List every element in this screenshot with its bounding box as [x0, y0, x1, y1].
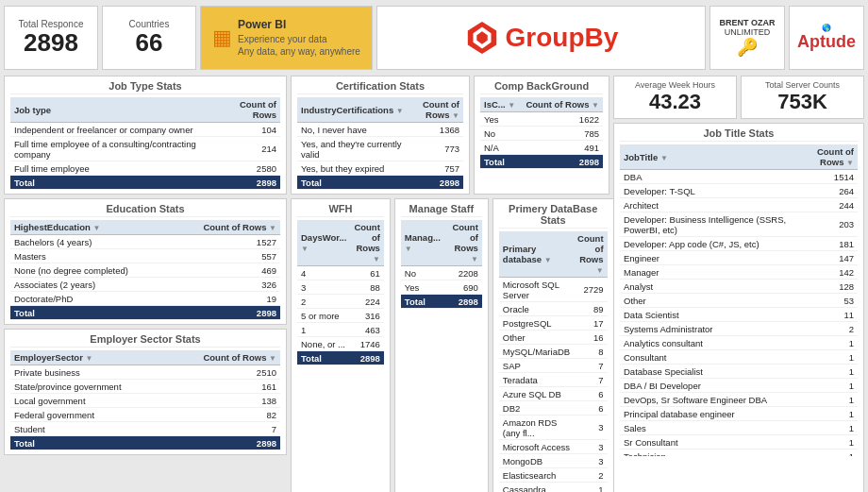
row-label: Private business — [10, 365, 169, 380]
row-label: MongoDB — [499, 454, 574, 468]
avg-week-hours-value: 43.23 — [649, 90, 701, 114]
row-value: 3 — [574, 454, 607, 468]
employer-sector-card: Employer Sector Stats EmployerSector ▼ C… — [4, 329, 287, 455]
row-value: 1746 — [350, 337, 383, 351]
pdb-col1-header[interactable]: Primary database ▼ — [499, 231, 574, 278]
table-row: MySQL/MariaDB8 — [499, 345, 608, 359]
powerbi-sub1: Experience your data — [238, 33, 360, 45]
powerbi-icon: ▦ — [212, 25, 232, 50]
cert-title: Certification Stats — [297, 80, 463, 94]
row-value: 491 — [520, 141, 603, 155]
row-label: DBA / BI Developer — [620, 379, 793, 393]
row-label: No — [480, 127, 520, 141]
row-label: Database Specialist — [620, 365, 793, 379]
table-row: 1463 — [297, 323, 384, 337]
table-row: Amazon RDS (any fl...3 — [499, 416, 608, 440]
jt2-col1-header[interactable]: JobTitle ▼ — [620, 144, 793, 170]
total-server-counts-label: Total Server Counts — [765, 80, 840, 90]
edu-col1-header[interactable]: HighestEducation ▼ — [10, 220, 173, 235]
cert-col2-header[interactable]: Count of Rows ▼ — [409, 97, 463, 123]
row-value: 6 — [574, 387, 607, 401]
wfh-col1-header[interactable]: DaysWor... ▼ — [297, 220, 350, 266]
row-label: Microsoft SQL Server — [499, 278, 574, 302]
table-row: Private business2510 — [10, 365, 280, 380]
row-value: 3 — [574, 440, 607, 454]
total-row: Total2898 — [401, 295, 482, 309]
row-value: 326 — [173, 278, 280, 292]
brent-box: BRENT OZAR UNLIMITED 🔑 — [709, 6, 785, 70]
right-top-kpis: Average Week Hours 43.23 Total Server Co… — [613, 76, 864, 119]
wfh-manage-db-row: WFH DaysWor... ▼ Count of Rows ▼ — [291, 198, 609, 492]
row-value: 1 — [793, 407, 858, 421]
row-value: 1527 — [173, 235, 280, 249]
row-value: 1 — [793, 350, 858, 365]
manage-col1-header[interactable]: Manag... ▼ — [401, 220, 445, 266]
comp-col2-header[interactable]: Count of Rows ▼ — [520, 97, 603, 112]
pdb-col2-header[interactable]: Count of Rows ▼ — [574, 231, 607, 278]
table-row: Yes, but they expired757 — [297, 161, 463, 176]
row-value: 773 — [409, 137, 463, 161]
row-label: Teradata — [499, 373, 574, 387]
total-label: Total — [401, 295, 445, 309]
row-value: 7 — [169, 422, 280, 436]
countries-value: 66 — [136, 29, 163, 57]
employer-sector-table: EmployerSector ▼ Count of Rows ▼ Private… — [10, 350, 280, 450]
total-response-kpi: Total Responce 2898 — [4, 6, 98, 70]
row-label: Cassandra — [499, 483, 574, 493]
jt2-col2-header[interactable]: Count of Rows ▼ — [793, 144, 858, 170]
row-label: DBA — [620, 170, 793, 184]
total-row: Total2898 — [297, 351, 384, 365]
education-card: Education Stats HighestEducation ▼ Count… — [4, 198, 287, 325]
comp-title: Comp BackGround — [480, 80, 603, 94]
row-value: 181 — [793, 237, 858, 251]
row-value: 469 — [173, 263, 280, 278]
row-label: Other — [620, 294, 793, 308]
total-value: 2898 — [169, 436, 280, 450]
groupby-text: GroupBy — [506, 23, 619, 53]
table-row: Analytics consultant1 — [620, 336, 858, 350]
table-row: Oracle89 — [499, 302, 608, 316]
row-label: Student — [10, 422, 169, 436]
manage-col2-header[interactable]: Count of Rows ▼ — [445, 220, 482, 266]
total-server-counts-card: Total Server Counts 753K — [741, 76, 864, 119]
row-value: 53 — [793, 294, 858, 308]
table-row: Manager142 — [620, 265, 858, 280]
table-row: Principal database engineer1 — [620, 407, 858, 421]
total-row: Total2898 — [480, 155, 603, 169]
row-value: 1 — [793, 450, 858, 457]
row-value: 8 — [574, 345, 607, 359]
table-row: 388 — [297, 280, 384, 295]
total-response-value: 2898 — [24, 29, 78, 57]
comp-col1-header[interactable]: IsC... ▼ — [480, 97, 520, 112]
row-label: DevOps, Sr Software Engineer DBA — [620, 393, 793, 407]
row-value: 214 — [216, 137, 280, 161]
education-title: Education Stats — [10, 203, 280, 217]
edu-col2-header[interactable]: Count of Rows ▼ — [173, 220, 280, 235]
manage-table: Manag... ▼ Count of Rows ▼ No2208Yes690T… — [401, 220, 482, 309]
row-value: 1 — [793, 365, 858, 379]
table-row: Local government138 — [10, 394, 280, 408]
table-row: Developer: T-SQL264 — [620, 184, 858, 198]
table-row: DevOps, Sr Software Engineer DBA1 — [620, 393, 858, 407]
row-label: None (no degree completed) — [10, 263, 173, 278]
jt-col2-header[interactable]: Count of Rows — [216, 97, 280, 123]
main-content: Job Type Stats Job type Count of Rows In… — [4, 76, 864, 492]
row-label: Principal database engineer — [620, 407, 793, 421]
row-value: 2510 — [169, 365, 280, 380]
es-col2-header[interactable]: Count of Rows ▼ — [169, 350, 280, 365]
row-value: 7 — [574, 359, 607, 373]
total-row: Total2898 — [10, 176, 280, 190]
jt-col1-header[interactable]: Job type — [10, 97, 216, 123]
table-row: None (no degree completed)469 — [10, 263, 280, 278]
wfh-col2-header[interactable]: Count of Rows ▼ — [350, 220, 383, 266]
table-row: PostgreSQL17 — [499, 316, 608, 331]
brand-logos: BRENT OZAR UNLIMITED 🔑 🌎 Aptude — [709, 6, 864, 70]
es-col1-header[interactable]: EmployerSector ▼ — [10, 350, 169, 365]
manage-card: Manage Staff Manag... ▼ Count of Rows ▼ — [394, 198, 489, 492]
aptude-text: Aptude — [797, 32, 856, 51]
cert-col1-header[interactable]: IndustryCertifications ▼ — [297, 97, 409, 123]
cert-comp-row: Certification Stats IndustryCertificatio… — [291, 76, 609, 195]
row-label: None, or ... — [297, 337, 350, 351]
job-title-table-wrap[interactable]: JobTitle ▼ Count of Rows ▼ DBA1514Develo… — [620, 144, 858, 456]
row-value: 2729 — [574, 278, 607, 302]
